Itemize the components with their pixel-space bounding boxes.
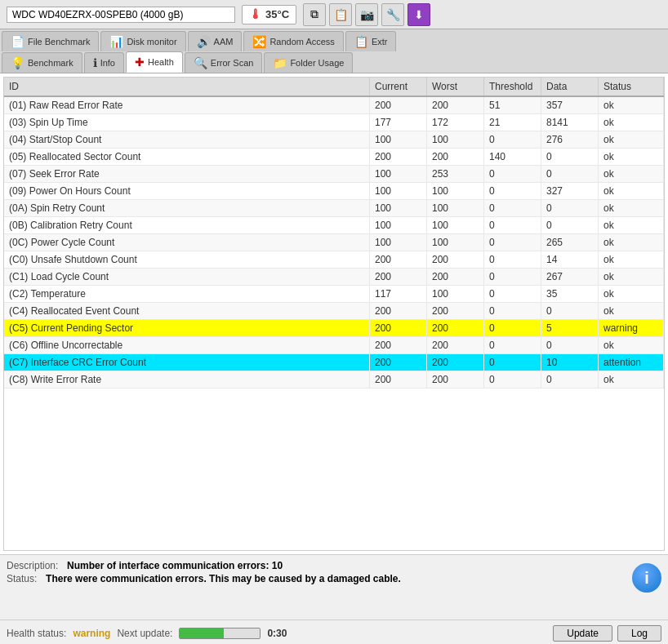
cell-worst: 200 — [427, 354, 484, 371]
table-row[interactable]: (0B) Calibration Retry Count10010000ok — [4, 217, 664, 234]
tab-file-benchmark[interactable]: 📄 File Benchmark — [2, 31, 99, 51]
progress-bar-outer — [179, 628, 261, 639]
tab-info[interactable]: ℹ Info — [84, 52, 124, 73]
cell-current: 100 — [370, 234, 427, 251]
cell-worst: 200 — [427, 269, 484, 286]
table-row[interactable]: (C4) Reallocated Event Count20020000ok — [4, 303, 664, 320]
table-row[interactable]: (01) Raw Read Error Rate20020051357ok — [4, 96, 664, 114]
status-buttons: Update Log — [553, 625, 661, 642]
tab-benchmark[interactable]: 💡 Benchmark — [2, 52, 82, 73]
title-bar: WDC WD40EZRX-00SPEB0 (4000 gB) 🌡 35°C ⧉ … — [0, 0, 668, 29]
log-button[interactable]: Log — [617, 625, 661, 642]
tab-folder-usage[interactable]: 📁 Folder Usage — [264, 52, 353, 73]
cell-worst: 200 — [427, 251, 484, 269]
cell-current: 100 — [370, 217, 427, 234]
tab-random-access[interactable]: 🔀 Random Access — [243, 31, 343, 51]
tab-bar: 📄 File Benchmark 📊 Disk monitor 🔊 AAM 🔀 … — [0, 29, 668, 73]
tab-error-scan[interactable]: 🔍 Error Scan — [185, 52, 263, 73]
cell-worst: 100 — [427, 234, 484, 251]
cell-status: ok — [599, 96, 664, 114]
tab-extra[interactable]: 📋 Extr — [345, 31, 397, 51]
table-row[interactable]: (C6) Offline Uncorrectable20020000ok — [4, 337, 664, 354]
col-threshold[interactable]: Threshold — [484, 78, 541, 96]
bottom-info-panel: Description: Number of interface communi… — [0, 554, 668, 620]
cell-status: ok — [599, 286, 664, 303]
cell-status: ok — [599, 337, 664, 354]
drive-selector[interactable]: WDC WD40EZRX-00SPEB0 (4000 gB) — [7, 7, 235, 23]
table-row[interactable]: (C7) Interface CRC Error Count200200010a… — [4, 354, 664, 371]
paste-icon-btn[interactable]: 📋 — [329, 3, 352, 26]
copy-icon-btn[interactable]: ⧉ — [303, 3, 326, 26]
table-row[interactable]: (03) Spin Up Time177172218141ok — [4, 114, 664, 131]
cell-id: (C6) Offline Uncorrectable — [4, 337, 370, 354]
cell-data: 10 — [541, 354, 599, 371]
table-row[interactable]: (04) Start/Stop Count1001000276ok — [4, 131, 664, 149]
cell-id: (C1) Load Cycle Count — [4, 269, 370, 286]
cell-status: ok — [599, 217, 664, 234]
cell-threshold: 0 — [484, 303, 541, 320]
cell-current: 100 — [370, 131, 427, 149]
col-id[interactable]: ID — [4, 78, 370, 96]
cell-id: (07) Seek Error Rate — [4, 166, 370, 183]
tab-aam[interactable]: 🔊 AAM — [188, 31, 243, 51]
cell-id: (C5) Current Pending Sector — [4, 320, 370, 337]
col-current[interactable]: Current — [370, 78, 427, 96]
table-row[interactable]: (C0) Unsafe Shutdown Count200200014ok — [4, 251, 664, 269]
cell-worst: 100 — [427, 286, 484, 303]
table-header-row: ID Current Worst Threshold Data Status — [4, 78, 664, 96]
tab-disk-monitor[interactable]: 📊 Disk monitor — [100, 31, 185, 51]
cell-status: attention — [599, 354, 664, 371]
table-row[interactable]: (05) Reallocated Sector Count2002001400o… — [4, 149, 664, 166]
cell-threshold: 51 — [484, 96, 541, 114]
col-status[interactable]: Status — [599, 78, 664, 96]
tab-health-label: Health — [148, 57, 174, 67]
smart-table-area[interactable]: ID Current Worst Threshold Data Status (… — [3, 77, 665, 551]
progress-bar-inner — [180, 628, 224, 638]
cell-threshold: 0 — [484, 269, 541, 286]
table-row[interactable]: (0C) Power Cycle Count1001000265ok — [4, 234, 664, 251]
col-worst[interactable]: Worst — [427, 78, 484, 96]
info-tab-icon: ℹ — [93, 56, 97, 69]
cell-threshold: 0 — [484, 217, 541, 234]
cell-worst: 200 — [427, 337, 484, 354]
cell-id: (C4) Reallocated Event Count — [4, 303, 370, 320]
cell-data: 265 — [541, 234, 599, 251]
description-label: Description: — [7, 560, 58, 571]
random-access-icon: 🔀 — [252, 35, 266, 48]
tab-aam-label: AAM — [214, 37, 234, 47]
temperature-badge: 🌡 35°C — [242, 5, 296, 24]
camera-icon-btn[interactable]: 📷 — [355, 3, 378, 26]
cell-current: 200 — [370, 269, 427, 286]
cell-id: (04) Start/Stop Count — [4, 131, 370, 149]
table-row[interactable]: (C8) Write Error Rate20020000ok — [4, 371, 664, 389]
cell-current: 200 — [370, 320, 427, 337]
cell-status: ok — [599, 183, 664, 200]
table-row[interactable]: (C1) Load Cycle Count2002000267ok — [4, 269, 664, 286]
tab-random-access-label: Random Access — [269, 37, 334, 47]
tab-folder-usage-label: Folder Usage — [290, 58, 344, 68]
tab-health[interactable]: ✚ Health — [126, 51, 183, 73]
table-row[interactable]: (C5) Current Pending Sector20020005warni… — [4, 320, 664, 337]
cell-data: 0 — [541, 371, 599, 389]
next-update-label: Next update: — [117, 628, 172, 639]
table-row[interactable]: (0A) Spin Retry Count10010000ok — [4, 200, 664, 217]
cell-worst: 200 — [427, 149, 484, 166]
cell-worst: 200 — [427, 320, 484, 337]
cell-threshold: 0 — [484, 286, 541, 303]
cell-worst: 172 — [427, 114, 484, 131]
cell-status: ok — [599, 166, 664, 183]
export-icon-btn[interactable]: 🔧 — [381, 3, 404, 26]
update-button[interactable]: Update — [553, 625, 612, 642]
status-line: Status: There were communication errors.… — [7, 573, 626, 584]
col-data[interactable]: Data — [541, 78, 599, 96]
cell-current: 100 — [370, 166, 427, 183]
table-row[interactable]: (C2) Temperature117100035ok — [4, 286, 664, 303]
toolbar-icons: ⧉ 📋 📷 🔧 ⬇ — [303, 3, 430, 26]
cell-current: 100 — [370, 200, 427, 217]
table-row[interactable]: (09) Power On Hours Count1001000327ok — [4, 183, 664, 200]
cell-id: (05) Reallocated Sector Count — [4, 149, 370, 166]
cell-worst: 253 — [427, 166, 484, 183]
table-row[interactable]: (07) Seek Error Rate10025300ok — [4, 166, 664, 183]
arrow-down-icon-btn[interactable]: ⬇ — [407, 3, 430, 26]
cell-id: (09) Power On Hours Count — [4, 183, 370, 200]
